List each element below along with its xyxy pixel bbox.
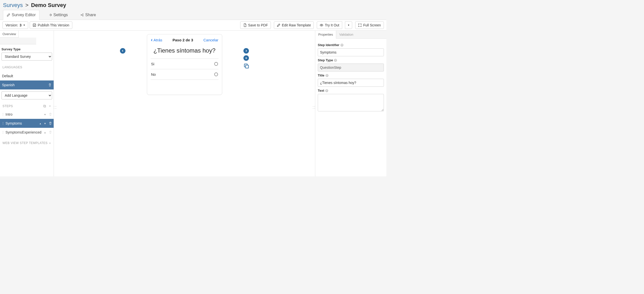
step-item-symptoms[interactable]: ⋮ Symptoms [0,119,54,128]
copy-icon[interactable] [43,104,46,108]
trash-icon[interactable] [48,83,52,87]
step-item-symptoms-experienced[interactable]: ⋮ SymptomsExperienced [0,128,54,137]
steps-heading: STEPS + [2,102,52,109]
expand-icon [358,23,362,27]
preview-step-counter: Paso 2 de 3 [172,38,193,42]
language-item-spanish[interactable]: Spanish [0,80,54,89]
sidebar-overview-tab[interactable]: Overview [0,31,19,38]
plus-icon[interactable]: + [49,104,51,108]
tab-survey-editor[interactable]: Survey Editor [3,10,40,20]
svg-point-4 [321,25,322,26]
preview-option-row[interactable]: No [151,69,218,80]
main-tabbar: Survey Editor Settings Share [0,10,386,20]
toolbar: Version: 3 ▼ Publish This Version Save t… [0,20,386,31]
drag-handle-icon[interactable]: ⋮ [2,131,4,134]
properties-panel: Properties Validation Step Identifier ? … [315,31,386,176]
step-type-label: Step Type ? [318,56,384,63]
step-item-intro[interactable]: ⋮ Intro [0,110,54,119]
preview-question-title: ¿Tienes síntomas hoy? [151,47,218,54]
title-label-text: Title [318,73,324,77]
step-item-label: Symptoms [6,121,22,125]
preview-option-row[interactable]: Si [151,58,218,69]
breadcrumb-separator: > [26,2,29,8]
tab-settings[interactable]: Settings [45,10,71,20]
file-icon [243,23,247,27]
fullscreen-button[interactable]: Full Screen [355,21,384,29]
help-icon[interactable]: ? [326,74,328,77]
move-down-icon[interactable] [44,122,46,125]
save-pdf-label: Save to PDF [248,23,268,27]
tab-share-label: Share [85,13,96,17]
languages-heading: LANGUAGES [2,63,52,70]
webview-heading: WEB VIEW STEP TEMPLATES + [2,139,52,146]
title-input[interactable] [318,79,384,87]
step-type-input [318,63,384,71]
tab-settings-label: Settings [54,13,68,17]
svg-point-0 [81,14,82,15]
publish-version-label: Publish This Version [38,23,69,27]
svg-rect-8 [246,65,248,68]
tab-share[interactable]: Share [77,10,100,20]
languages-list: Default Spanish [0,71,54,89]
plus-icon[interactable]: + [49,142,51,145]
try-it-label: Try It Out [325,23,339,27]
trash-icon[interactable] [49,131,52,134]
step-item-label: SymptomsExperienced [6,130,42,134]
move-up-icon[interactable] [44,131,46,134]
preview-option-label: Si [151,62,154,66]
breadcrumb: Surveys > Demo Survey [0,0,386,10]
trash-icon[interactable] [49,113,52,116]
panel-resize-handle-right[interactable] [312,31,315,176]
edit-raw-button[interactable]: Edit Raw Template [274,21,314,29]
svg-point-2 [82,15,84,16]
step-identifier-input[interactable] [318,48,384,56]
check-square-icon [33,23,36,27]
move-up-icon[interactable] [39,122,42,125]
survey-preview-card: Atrás Paso 2 de 3 Cancelar ¿Tienes sínto… [147,34,222,95]
caret-down-icon: ▼ [23,24,25,26]
properties-tab[interactable]: Properties [315,31,336,39]
radio-icon [214,62,218,66]
survey-type-select[interactable]: Standard Survey [2,52,52,60]
move-down-icon[interactable] [44,113,46,116]
sidebar: Overview Survey Type Standard Survey LAN… [0,31,54,176]
preview-prev-button[interactable] [120,48,126,53]
preview-add-button[interactable]: + [244,55,249,61]
steps-list: ⋮ Intro ⋮ Symptoms [0,110,54,137]
drag-handle-icon[interactable]: ⋮ [2,113,4,116]
version-dropdown[interactable]: Version: 3 ▼ [2,21,28,29]
try-it-button[interactable]: Try It Out [317,21,342,29]
preview-next-button[interactable] [244,48,249,53]
trash-icon[interactable] [49,122,52,125]
validation-tab[interactable]: Validation [336,31,356,38]
title-label: Title ? [318,71,384,79]
preview-duplicate-button[interactable] [244,63,250,70]
preview-panel: + Atrás Paso 2 de 3 Cancelar ¿Tienes sín… [56,31,312,176]
help-icon[interactable]: ? [340,44,344,47]
panel-resize-handle-left[interactable] [54,31,56,176]
language-item-default[interactable]: Default [0,71,54,80]
help-icon[interactable]: ? [325,89,328,92]
help-icon[interactable]: ? [334,59,337,62]
try-it-dropdown[interactable]: ▼ [345,21,352,29]
gear-icon [48,13,52,17]
edit-raw-label: Edit Raw Template [282,23,311,27]
text-label: Text ? [318,87,384,94]
text-textarea[interactable] [318,94,384,111]
add-language-select[interactable]: Add Language [2,91,52,99]
drag-handle-icon[interactable]: ⋮ [2,122,4,125]
fullscreen-label: Full Screen [363,23,381,27]
publish-version-button[interactable]: Publish This Version [30,21,72,29]
edit-icon [7,13,10,17]
save-pdf-button[interactable]: Save to PDF [240,21,271,29]
edit-icon [277,23,280,27]
preview-option-label: No [151,72,156,76]
caret-down-icon: ▼ [348,24,350,26]
preview-back-button[interactable]: Atrás [151,38,162,42]
preview-back-label: Atrás [154,38,162,42]
version-value: 3 [20,23,22,27]
tab-survey-editor-label: Survey Editor [12,13,36,17]
breadcrumb-parent-link[interactable]: Surveys [3,2,23,8]
preview-cancel-button[interactable]: Cancelar [203,38,218,42]
version-label: Version: [6,23,18,27]
